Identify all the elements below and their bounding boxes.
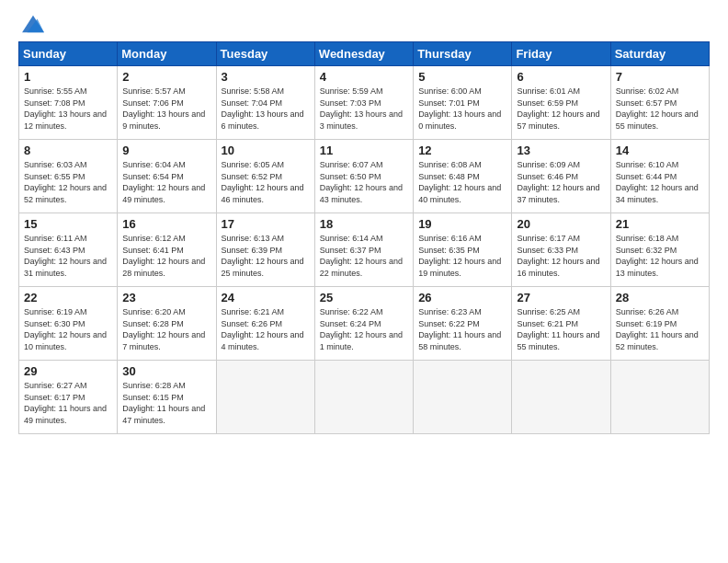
day-number: 11 [320,144,408,157]
day-info: Sunrise: 6:00 AMSunset: 7:01 PMDaylight:… [418,86,506,132]
calendar-day-cell: 10Sunrise: 6:05 AMSunset: 6:52 PMDayligh… [216,140,314,213]
calendar-day-cell: 28Sunrise: 6:26 AMSunset: 6:19 PMDayligh… [610,287,709,361]
day-number: 12 [418,144,506,157]
calendar-day-cell: 26Sunrise: 6:23 AMSunset: 6:22 PMDayligh… [414,287,512,361]
day-of-week-header: Wednesday [314,42,413,66]
calendar-day-cell: 29Sunrise: 6:27 AMSunset: 6:17 PMDayligh… [19,361,118,434]
calendar-day-cell: 27Sunrise: 6:25 AMSunset: 6:21 PMDayligh… [512,287,610,361]
day-number: 15 [24,217,112,231]
day-info: Sunrise: 6:21 AMSunset: 6:26 PMDaylight:… [222,306,310,352]
logo-text [18,14,46,34]
day-number: 3 [222,70,310,84]
calendar-day-cell: 18Sunrise: 6:14 AMSunset: 6:37 PMDayligh… [314,213,413,287]
calendar-week-row: 8Sunrise: 6:03 AMSunset: 6:55 PMDaylight… [19,140,710,213]
day-info: Sunrise: 6:22 AMSunset: 6:24 PMDaylight:… [320,306,408,352]
day-number: 2 [122,70,210,84]
day-number: 14 [616,144,704,157]
day-number: 23 [122,291,210,304]
empty-cell [216,361,314,434]
calendar-day-cell: 3Sunrise: 5:58 AMSunset: 7:04 PMDaylight… [216,66,314,140]
day-info: Sunrise: 6:28 AMSunset: 6:15 PMDaylight:… [122,380,210,426]
day-number: 21 [616,217,704,231]
day-number: 19 [418,217,506,231]
day-info: Sunrise: 6:01 AMSunset: 6:59 PMDaylight:… [517,86,605,132]
day-number: 10 [222,144,310,157]
calendar-day-cell: 24Sunrise: 6:21 AMSunset: 6:26 PMDayligh… [216,287,314,361]
day-info: Sunrise: 6:20 AMSunset: 6:28 PMDaylight:… [122,306,210,352]
day-info: Sunrise: 5:57 AMSunset: 7:06 PMDaylight:… [122,86,210,132]
day-info: Sunrise: 6:17 AMSunset: 6:33 PMDaylight:… [517,233,605,279]
day-of-week-header: Tuesday [216,42,314,66]
calendar-day-cell: 11Sunrise: 6:07 AMSunset: 6:50 PMDayligh… [314,140,413,213]
calendar-day-cell: 15Sunrise: 6:11 AMSunset: 6:43 PMDayligh… [19,213,118,287]
day-number: 5 [418,70,506,84]
day-number: 13 [517,144,605,157]
calendar-day-cell: 5Sunrise: 6:00 AMSunset: 7:01 PMDaylight… [414,66,512,140]
empty-cell [414,361,512,434]
calendar-week-row: 22Sunrise: 6:19 AMSunset: 6:30 PMDayligh… [19,287,710,361]
empty-cell [512,361,610,434]
calendar-day-cell: 6Sunrise: 6:01 AMSunset: 6:59 PMDaylight… [512,66,610,140]
calendar-day-cell: 2Sunrise: 5:57 AMSunset: 7:06 PMDaylight… [118,66,216,140]
day-info: Sunrise: 5:59 AMSunset: 7:03 PMDaylight:… [320,86,408,132]
day-number: 26 [418,291,506,304]
day-info: Sunrise: 5:55 AMSunset: 7:08 PMDaylight:… [24,86,112,132]
logo [18,14,46,34]
calendar-day-cell: 16Sunrise: 6:12 AMSunset: 6:41 PMDayligh… [118,213,216,287]
calendar-day-cell: 9Sunrise: 6:04 AMSunset: 6:54 PMDaylight… [118,140,216,213]
header [18,14,710,34]
day-info: Sunrise: 6:16 AMSunset: 6:35 PMDaylight:… [418,233,506,279]
day-number: 8 [24,144,112,157]
calendar-day-cell: 22Sunrise: 6:19 AMSunset: 6:30 PMDayligh… [19,287,118,361]
calendar-day-cell: 30Sunrise: 6:28 AMSunset: 6:15 PMDayligh… [118,361,216,434]
day-info: Sunrise: 6:14 AMSunset: 6:37 PMDaylight:… [320,233,408,279]
day-info: Sunrise: 5:58 AMSunset: 7:04 PMDaylight:… [222,86,310,132]
calendar-day-cell: 1Sunrise: 5:55 AMSunset: 7:08 PMDaylight… [19,66,118,140]
calendar-day-cell: 17Sunrise: 6:13 AMSunset: 6:39 PMDayligh… [216,213,314,287]
day-info: Sunrise: 6:04 AMSunset: 6:54 PMDaylight:… [122,159,210,205]
day-info: Sunrise: 6:23 AMSunset: 6:22 PMDaylight:… [418,306,506,352]
empty-cell [610,361,709,434]
day-number: 6 [517,70,605,84]
logo-icon [20,14,46,34]
day-info: Sunrise: 6:19 AMSunset: 6:30 PMDaylight:… [24,306,112,352]
calendar-day-cell: 20Sunrise: 6:17 AMSunset: 6:33 PMDayligh… [512,213,610,287]
calendar-day-cell: 21Sunrise: 6:18 AMSunset: 6:32 PMDayligh… [610,213,709,287]
day-number: 4 [320,70,408,84]
day-number: 1 [24,70,112,84]
day-of-week-header: Sunday [19,42,118,66]
day-number: 28 [616,291,704,304]
day-info: Sunrise: 6:02 AMSunset: 6:57 PMDaylight:… [616,86,704,132]
day-number: 22 [24,291,112,304]
calendar-day-cell: 23Sunrise: 6:20 AMSunset: 6:28 PMDayligh… [118,287,216,361]
day-of-week-header: Saturday [610,42,709,66]
day-number: 20 [517,217,605,231]
day-number: 27 [517,291,605,304]
calendar-day-cell: 19Sunrise: 6:16 AMSunset: 6:35 PMDayligh… [414,213,512,287]
day-of-week-header: Monday [118,42,216,66]
day-info: Sunrise: 6:10 AMSunset: 6:44 PMDaylight:… [616,159,704,205]
calendar: SundayMondayTuesdayWednesdayThursdayFrid… [18,41,710,434]
day-info: Sunrise: 6:12 AMSunset: 6:41 PMDaylight:… [122,233,210,279]
day-info: Sunrise: 6:11 AMSunset: 6:43 PMDaylight:… [24,233,112,279]
day-info: Sunrise: 6:26 AMSunset: 6:19 PMDaylight:… [616,306,704,352]
day-info: Sunrise: 6:13 AMSunset: 6:39 PMDaylight:… [222,233,310,279]
day-number: 16 [122,217,210,231]
day-number: 18 [320,217,408,231]
calendar-day-cell: 25Sunrise: 6:22 AMSunset: 6:24 PMDayligh… [314,287,413,361]
calendar-week-row: 1Sunrise: 5:55 AMSunset: 7:08 PMDaylight… [19,66,710,140]
calendar-day-cell: 4Sunrise: 5:59 AMSunset: 7:03 PMDaylight… [314,66,413,140]
empty-cell [314,361,413,434]
day-number: 24 [222,291,310,304]
calendar-header-row: SundayMondayTuesdayWednesdayThursdayFrid… [19,42,710,66]
day-info: Sunrise: 6:27 AMSunset: 6:17 PMDaylight:… [24,380,112,426]
calendar-week-row: 15Sunrise: 6:11 AMSunset: 6:43 PMDayligh… [19,213,710,287]
day-info: Sunrise: 6:08 AMSunset: 6:48 PMDaylight:… [418,159,506,205]
calendar-day-cell: 14Sunrise: 6:10 AMSunset: 6:44 PMDayligh… [610,140,709,213]
calendar-week-row: 29Sunrise: 6:27 AMSunset: 6:17 PMDayligh… [19,361,710,434]
day-info: Sunrise: 6:25 AMSunset: 6:21 PMDaylight:… [517,306,605,352]
day-number: 30 [122,364,210,378]
day-info: Sunrise: 6:18 AMSunset: 6:32 PMDaylight:… [616,233,704,279]
day-number: 7 [616,70,704,84]
page: SundayMondayTuesdayWednesdayThursdayFrid… [0,0,728,563]
